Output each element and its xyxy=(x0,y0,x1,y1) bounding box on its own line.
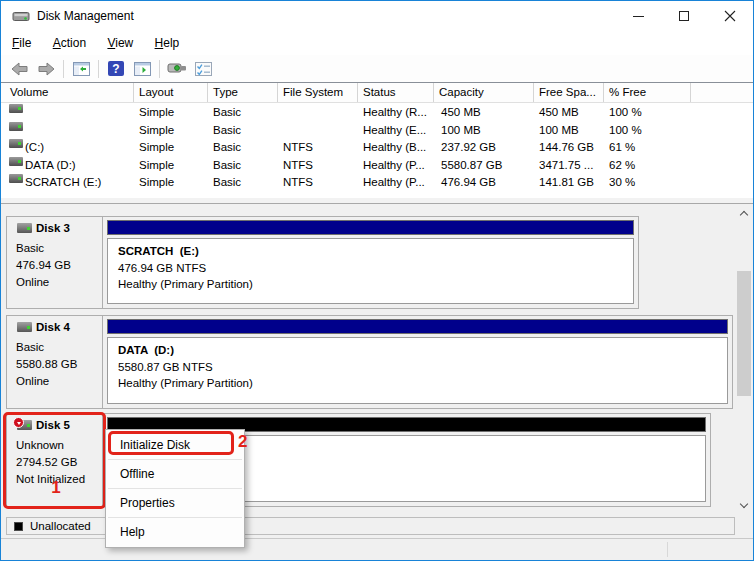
annotation-number-1: 1 xyxy=(31,478,81,498)
svg-text:?: ? xyxy=(112,62,119,76)
disk4-partition[interactable]: DATA (D:) 5580.87 GB NTFS Healthy (Prima… xyxy=(107,319,728,404)
title-bar: Disk Management xyxy=(1,1,753,32)
scrollbar-thumb[interactable] xyxy=(737,271,751,396)
menu-separator xyxy=(108,488,242,489)
maximize-button[interactable] xyxy=(661,1,707,31)
back-button[interactable] xyxy=(8,58,32,80)
forward-arrow-icon xyxy=(37,62,55,76)
help-button[interactable]: ? xyxy=(104,58,128,80)
console-window-icon xyxy=(167,62,187,75)
cell-free-space: 144.76 GB xyxy=(539,139,594,157)
table-row[interactable]: DATA (D:) Simple Basic NTFS Healthy (P..… xyxy=(1,157,753,175)
cell-capacity: 5580.87 GB xyxy=(441,157,502,175)
column-header-volume[interactable]: Volume xyxy=(1,83,134,102)
cell-pct-free: 61 % xyxy=(609,139,635,157)
column-header-status[interactable]: Status xyxy=(358,83,434,102)
forward-button[interactable] xyxy=(34,58,58,80)
scroll-down-button[interactable] xyxy=(736,497,752,514)
cell-capacity: 100 MB xyxy=(441,122,481,140)
menu-action[interactable]: Action xyxy=(44,32,95,55)
table-row[interactable]: SCRATCH (E:) Simple Basic NTFS Healthy (… xyxy=(1,174,753,192)
disk-name: Disk 4 xyxy=(36,321,70,333)
status-bar-divider xyxy=(667,542,668,557)
column-header-capacity[interactable]: Capacity xyxy=(434,83,534,102)
disk-row-disk3: Disk 3 Basic 476.94 GB Online SCRATCH (E… xyxy=(6,216,639,309)
annotation-number-2: 2 xyxy=(238,432,247,452)
cell-free-space: 3471.75 ... xyxy=(539,157,593,175)
cell-layout: Simple xyxy=(139,174,174,192)
cell-layout: Simple xyxy=(139,139,174,157)
annotation-box-step2 xyxy=(108,431,234,455)
volume-icon xyxy=(9,157,23,166)
show-action-pane-button[interactable] xyxy=(130,58,154,80)
table-row[interactable]: Simple Basic Healthy (R... 450 MB 450 MB… xyxy=(1,104,753,122)
cell-status: Healthy (R... xyxy=(363,104,427,122)
window-title: Disk Management xyxy=(37,9,134,23)
column-header-free-space[interactable]: Free Spa... xyxy=(534,83,604,102)
checklist-button[interactable] xyxy=(191,58,215,80)
cell-file-system: NTFS xyxy=(283,174,313,192)
cell-volume: (C:) xyxy=(25,139,44,157)
disk-size: 476.94 GB xyxy=(16,258,102,274)
unallocated-swatch xyxy=(14,522,23,531)
context-menu-item-help[interactable]: Help xyxy=(106,519,244,545)
column-header-type[interactable]: Type xyxy=(208,83,278,102)
disk3-partition[interactable]: SCRATCH (E:) 476.94 GB NTFS Healthy (Pri… xyxy=(107,220,634,304)
minimize-button[interactable] xyxy=(615,1,661,31)
toolbar-separator xyxy=(159,60,160,78)
column-header-file-system[interactable]: File System xyxy=(278,83,358,102)
volume-icon xyxy=(9,104,23,113)
table-row[interactable]: Simple Basic Healthy (E... 100 MB 100 MB… xyxy=(1,122,753,140)
close-button[interactable] xyxy=(707,1,753,31)
vertical-scrollbar[interactable] xyxy=(736,204,752,514)
partition-health: Healthy (Primary Partition) xyxy=(118,276,633,293)
partition-color-strip xyxy=(107,220,634,235)
column-header-pct-free[interactable]: % Free xyxy=(604,83,691,102)
cell-type: Basic xyxy=(213,174,241,192)
menu-help[interactable]: Help xyxy=(146,32,189,55)
help-icon: ? xyxy=(108,61,124,76)
cell-type: Basic xyxy=(213,104,241,122)
disk-kind: Basic xyxy=(16,340,102,356)
cell-capacity: 237.92 GB xyxy=(441,139,496,157)
cell-file-system: NTFS xyxy=(283,157,313,175)
cell-type: Basic xyxy=(213,122,241,140)
menu-view[interactable]: View xyxy=(98,32,142,55)
cell-pct-free: 100 % xyxy=(609,104,642,122)
menu-bar: File Action View Help xyxy=(1,32,753,55)
legend-label: Unallocated xyxy=(30,520,91,532)
disk3-label-panel[interactable]: Disk 3 Basic 476.94 GB Online xyxy=(7,217,103,308)
column-header-layout[interactable]: Layout xyxy=(134,83,208,102)
toolbar-separator xyxy=(63,60,64,78)
cell-volume: SCRATCH (E:) xyxy=(25,174,101,192)
context-menu-item-properties[interactable]: Properties xyxy=(106,490,244,516)
menu-file[interactable]: File xyxy=(3,32,40,55)
disk-management-window: Disk Management File Action View Help xyxy=(0,0,754,561)
app-icon xyxy=(12,9,30,24)
cell-status: Healthy (P... xyxy=(363,157,425,175)
console-tree-icon xyxy=(73,62,90,76)
minimize-icon xyxy=(633,16,644,17)
disk-size: 5580.88 GB xyxy=(16,357,102,373)
cell-pct-free: 100 % xyxy=(609,122,642,140)
disk-icon xyxy=(17,322,32,332)
menu-separator xyxy=(108,459,242,460)
chevron-down-icon xyxy=(740,500,748,508)
volume-list-pane: Volume Layout Type File System Status Ca… xyxy=(1,82,753,198)
partition-title: DATA (D:) xyxy=(118,342,727,359)
context-menu-item-offline[interactable]: Offline xyxy=(106,461,244,487)
disk-icon xyxy=(17,223,32,233)
show-console-tree-button[interactable] xyxy=(69,58,93,80)
partition-detail: 5580.87 GB NTFS xyxy=(118,359,727,376)
cell-free-space: 100 MB xyxy=(539,122,579,140)
disk4-label-panel[interactable]: Disk 4 Basic 5580.88 GB Online xyxy=(7,316,103,408)
console-window-button[interactable] xyxy=(165,58,189,80)
disk-status: Online xyxy=(16,374,102,390)
table-row[interactable]: (C:) Simple Basic NTFS Healthy (B... 237… xyxy=(1,139,753,157)
volume-icon xyxy=(9,139,23,148)
cell-type: Basic xyxy=(213,139,241,157)
scroll-up-button[interactable] xyxy=(736,204,752,221)
partition-body: SCRATCH (E:) 476.94 GB NTFS Healthy (Pri… xyxy=(107,238,634,304)
cell-status: Healthy (E... xyxy=(363,122,426,140)
checklist-icon xyxy=(195,62,212,76)
